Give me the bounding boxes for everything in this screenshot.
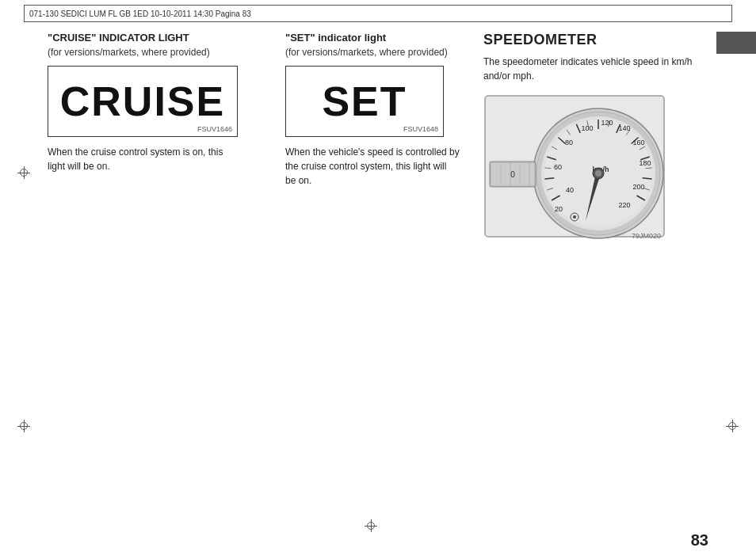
cruise-subtitle: (for versions/markets, where provided) bbox=[48, 47, 262, 58]
speedometer-svg: 20 40 60 80 100 120 140 160 180 200 220 … bbox=[483, 94, 666, 241]
cruise-title: "CRUISE" INDICATOR LIGHT bbox=[48, 32, 262, 44]
svg-text:60: 60 bbox=[554, 163, 562, 171]
crosshair-left-mid bbox=[17, 166, 30, 179]
set-indicator-text: SET bbox=[322, 78, 407, 125]
set-fsuv-label: FSUV1648 bbox=[403, 125, 438, 133]
svg-text:120: 120 bbox=[601, 119, 613, 127]
three-column-layout: "CRUISE" INDICATOR LIGHT (for versions/m… bbox=[48, 32, 708, 245]
cruise-indicator-box: CRUISE FSUV1646 bbox=[48, 66, 238, 137]
cruise-column: "CRUISE" INDICATOR LIGHT (for versions/m… bbox=[48, 32, 262, 245]
set-column: "SET" indicator light (for versions/mark… bbox=[285, 32, 460, 245]
svg-text:40: 40 bbox=[566, 186, 574, 194]
registration-bar bbox=[716, 32, 756, 54]
svg-text:140: 140 bbox=[618, 124, 630, 132]
set-subtitle: (for versions/markets, where provided) bbox=[285, 47, 460, 58]
header-text: 071-130 SEDICI LUM FL GB 1ED 10-10-2011 … bbox=[29, 10, 251, 18]
svg-text:180: 180 bbox=[639, 159, 651, 167]
speedometer-watermark: 79JM020 bbox=[632, 232, 661, 240]
svg-text:0: 0 bbox=[510, 170, 515, 179]
svg-text:20: 20 bbox=[555, 205, 563, 213]
cruise-description: When the cruise control system is on, th… bbox=[48, 145, 238, 173]
page-header: 071-130 SEDICI LUM FL GB 1ED 10-10-2011 … bbox=[24, 5, 732, 22]
svg-text:160: 160 bbox=[632, 139, 644, 146]
speedometer-column: SPEEDOMETER The speedometer indicates ve… bbox=[483, 32, 708, 245]
svg-text:80: 80 bbox=[565, 139, 573, 146]
svg-point-40 bbox=[595, 170, 601, 177]
set-description: When the vehicle's speed is controlled b… bbox=[285, 145, 460, 188]
svg-text:100: 100 bbox=[581, 124, 593, 132]
set-title: "SET" indicator light bbox=[285, 32, 460, 44]
cruise-indicator-text: CRUISE bbox=[60, 78, 225, 125]
speedometer-image: 20 40 60 80 100 120 140 160 180 200 220 … bbox=[483, 94, 666, 245]
crosshair-right-bottom bbox=[726, 420, 739, 432]
set-indicator-box: SET FSUV1648 bbox=[285, 66, 444, 137]
cruise-fsuv-label: FSUV1646 bbox=[197, 125, 232, 133]
svg-point-42 bbox=[573, 215, 576, 219]
svg-text:200: 200 bbox=[632, 183, 644, 191]
speedometer-title: SPEEDOMETER bbox=[483, 32, 708, 48]
svg-text:220: 220 bbox=[618, 201, 630, 209]
content-area: "CRUISE" INDICATOR LIGHT (for versions/m… bbox=[48, 32, 708, 527]
crosshair-left-bottom bbox=[17, 420, 30, 432]
speedometer-description: The speedometer indicates vehicle speed … bbox=[483, 55, 708, 83]
page-number: 83 bbox=[691, 531, 708, 549]
